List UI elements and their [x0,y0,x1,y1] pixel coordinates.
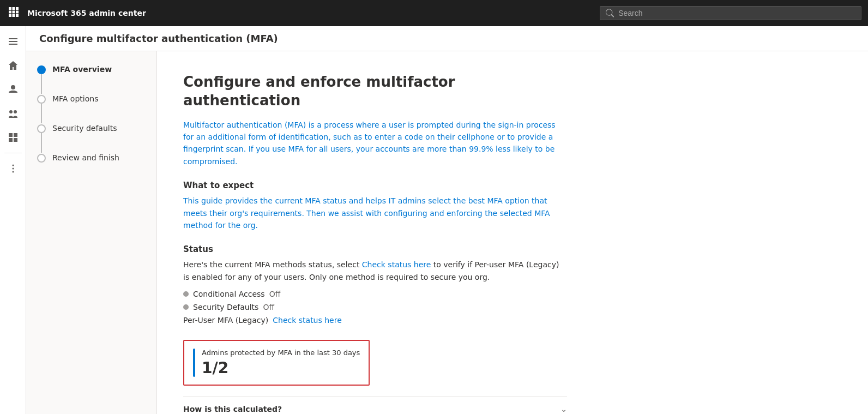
svg-rect-4 [13,11,15,14]
svg-rect-17 [14,138,17,142]
dashboard-nav-button[interactable] [2,127,24,148]
step4-label: Review and finish [52,153,119,164]
wizard-steps: MFA overview MFA options [37,64,146,164]
svg-point-18 [12,165,14,166]
step1-connector [37,64,46,94]
what-to-expect-heading: What to expect [183,181,567,190]
wizard-step-mfa-overview: MFA overview [37,64,146,94]
what-to-expect-text: This guide provides the current MFA stat… [183,195,567,231]
app-layout: Configure multifactor authentication (MF… [0,26,868,414]
content-body: Configure and enforce multifactor authen… [157,51,593,414]
admin-box-inner: Admins protected by MFA in the last 30 d… [193,349,360,377]
security-defaults-row: Security Defaults Off [183,303,567,311]
svg-rect-3 [9,11,11,14]
home-nav-button[interactable] [2,55,24,76]
groups-nav-button[interactable] [2,103,24,124]
sidebar-divider [4,153,22,153]
step3-circle [37,124,46,133]
svg-rect-2 [16,7,19,10]
svg-rect-0 [9,7,11,10]
svg-rect-16 [9,138,13,142]
topbar: Microsoft 365 admin center [0,0,868,26]
search-input[interactable] [618,9,855,17]
admin-box-label: Admins protected by MFA in the last 30 d… [202,349,360,357]
more-nav-button[interactable] [2,158,24,179]
sidebar-icons [0,26,26,414]
wizard-sidebar: MFA overview MFA options [26,51,157,414]
svg-rect-9 [9,38,17,39]
status-description: Here's the current MFA methods status, s… [183,259,567,283]
admin-box-bar [193,349,195,377]
search-icon [606,9,614,17]
svg-rect-8 [16,14,19,17]
step4-circle [37,154,46,163]
svg-rect-11 [9,44,17,45]
svg-point-12 [9,110,13,113]
status-section: Status Here's the current MFA methods st… [183,244,567,325]
how-calculated-section[interactable]: How is this calculated? ⌄ [183,397,567,414]
wizard-step-review-finish: Review and finish [37,153,146,164]
per-user-mfa-label: Per-User MFA (Legacy) [183,316,268,325]
content-description: Multifactor authentication (MFA) is a pr… [183,119,567,168]
step2-line [41,104,42,123]
step3-connector [37,123,46,153]
app-title: Microsoft 365 admin center [27,9,593,17]
svg-rect-6 [9,14,11,17]
status-desc-prefix: Here's the current MFA methods status, s… [183,260,362,269]
users-nav-button[interactable] [2,79,24,100]
security-defaults-value: Off [263,303,274,311]
security-defaults-label: Security Defaults [193,303,258,311]
svg-point-20 [12,171,14,173]
status-heading: Status [183,244,567,254]
search-bar[interactable] [600,6,861,20]
security-defaults-dot [183,304,189,310]
step1-circle [37,65,46,74]
per-user-mfa-row: Per-User MFA (Legacy) Check status here [183,316,567,325]
conditional-access-value: Off [269,290,281,298]
admin-protected-box: Admins protected by MFA in the last 30 d… [183,340,370,386]
svg-point-13 [14,110,17,113]
step2-label: MFA options [52,94,98,105]
svg-rect-15 [14,133,17,137]
how-calculated-label: How is this calculated? [183,405,282,413]
admin-box-content: Admins protected by MFA in the last 30 d… [202,349,360,377]
step1-label: MFA overview [52,64,112,75]
svg-rect-7 [13,14,15,17]
wizard-step-mfa-options: MFA options [37,94,146,123]
page-header: Configure multifactor authentication (MF… [26,26,868,51]
hamburger-menu-button[interactable] [2,31,24,52]
per-user-mfa-check-link[interactable]: Check status here [273,316,342,325]
step3-line [41,133,42,153]
svg-point-19 [12,168,14,170]
chevron-down-icon: ⌄ [560,405,567,413]
svg-rect-5 [16,11,19,14]
main-scroll-area: Configure and enforce multifactor authen… [157,51,868,414]
content-panel: MFA overview MFA options [26,51,868,414]
conditional-access-dot [183,291,189,297]
step3-label: Security defaults [52,123,117,134]
waffle-icon[interactable] [7,5,21,21]
main-content: Configure multifactor authentication (MF… [26,26,868,414]
step2-connector [37,94,46,123]
svg-rect-14 [9,133,13,137]
conditional-access-label: Conditional Access [193,290,265,298]
conditional-access-row: Conditional Access Off [183,290,567,298]
page-title: Configure multifactor authentication (MF… [39,33,278,44]
svg-rect-10 [9,41,17,42]
admin-box-value: 1/2 [202,359,360,377]
step2-circle [37,95,46,104]
step4-connector [37,153,46,163]
step1-line [41,74,42,94]
content-main-title: Configure and enforce multifactor authen… [183,73,567,110]
svg-rect-1 [13,7,15,10]
check-status-link-top[interactable]: Check status here [362,260,431,269]
wizard-step-security-defaults: Security defaults [37,123,146,153]
